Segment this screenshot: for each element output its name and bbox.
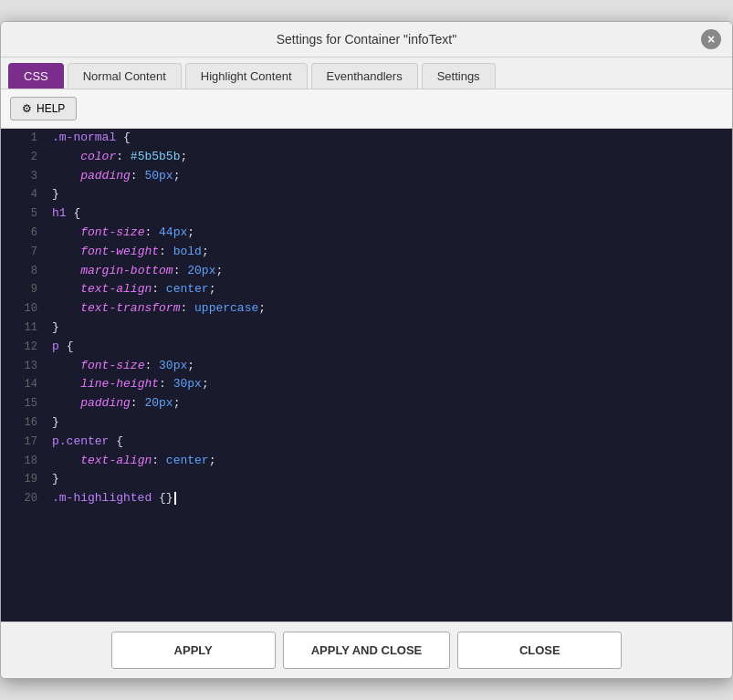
line-number: 6 [10,224,37,242]
code-line-5: 5 h1 { [1,204,732,224]
code-line-13: 13 font-size: 30px; [1,357,732,376]
line-number: 1 [10,129,37,147]
tab-eventhandlers[interactable]: Eventhandlers [311,63,418,89]
line-number: 10 [10,299,37,318]
code-line-2: 2 color: #5b5b5b; [1,148,732,167]
code-line-16: 16 } [1,413,732,433]
line-number: 2 [10,148,37,166]
tabs-bar: CSS Normal Content Highlight Content Eve… [1,57,732,89]
line-number: 15 [10,394,37,413]
help-button[interactable]: ⚙ HELP [10,97,77,120]
code-line-1: 1 .m-normal { [1,129,732,148]
toolbar: ⚙ HELP [1,89,732,129]
line-number: 20 [10,489,37,507]
line-number: 3 [10,167,37,185]
settings-dialog: Settings for Container "infoText" × CSS … [0,21,733,679]
code-line-6: 6 font-size: 44px; [1,224,732,243]
line-number: 5 [10,204,37,223]
code-line-14: 14 line-height: 30px; [1,375,732,394]
title-bar: Settings for Container "infoText" × [1,22,732,57]
line-number: 9 [10,280,37,298]
line-number: 8 [10,262,37,280]
tab-settings[interactable]: Settings [422,63,496,89]
code-line-12: 12 p { [1,338,732,357]
line-number: 14 [10,375,37,393]
code-editor[interactable]: 1 .m-normal { 2 color: #5b5b5b; 3 paddin… [1,129,732,622]
line-number: 19 [10,470,37,488]
apply-button[interactable]: APPLY [111,632,276,669]
code-line-3: 3 padding: 50px; [1,167,732,186]
code-line-15: 15 padding: 20px; [1,394,732,413]
line-number: 11 [10,319,37,337]
dialog-title: Settings for Container "infoText" [32,32,701,47]
line-number: 18 [10,452,37,470]
code-line-18: 18 text-align: center; [1,452,732,471]
gear-icon: ⚙ [22,102,32,115]
line-number: 4 [10,185,37,204]
tab-normal-content[interactable]: Normal Content [68,63,182,89]
code-line-19: 19 } [1,470,732,489]
apply-close-button[interactable]: APPLY AND CLOSE [283,632,451,669]
code-line-17: 17 p.center { [1,433,732,452]
code-line-11: 11 } [1,319,732,338]
code-line-20: 20 .m-highlighted {} [1,489,732,508]
footer: APPLY APPLY AND CLOSE CLOSE [1,622,732,678]
line-number: 12 [10,338,37,356]
tab-css[interactable]: CSS [8,63,64,89]
line-number: 17 [10,433,37,451]
code-line-7: 7 font-weight: bold; [1,243,732,262]
code-line-9: 9 text-align: center; [1,280,732,299]
line-number: 13 [10,357,37,375]
close-button[interactable]: CLOSE [457,632,622,669]
line-number: 7 [10,243,37,261]
code-line-8: 8 margin-bottom: 20px; [1,262,732,281]
dialog-close-button[interactable]: × [701,29,721,49]
code-line-10: 10 text-transform: uppercase; [1,299,732,319]
code-line-4: 4 } [1,185,732,204]
line-number: 16 [10,413,37,432]
tab-highlight-content[interactable]: Highlight Content [185,63,308,89]
help-label: HELP [37,102,65,115]
